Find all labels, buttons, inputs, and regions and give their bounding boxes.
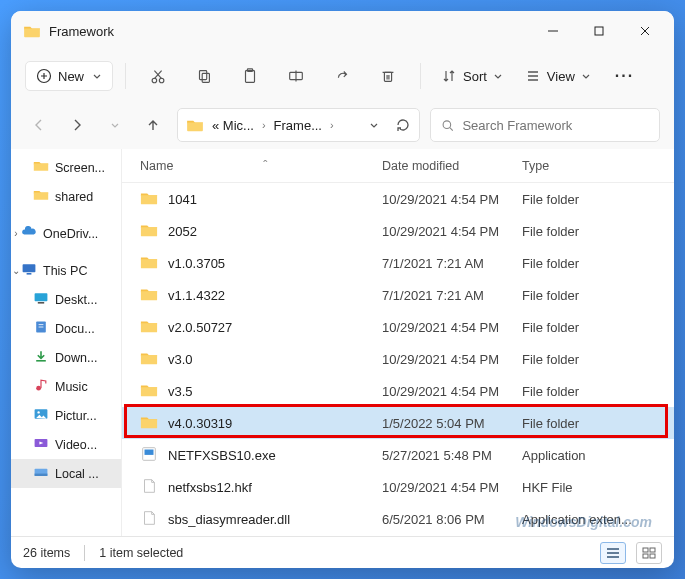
sidebar-label: Local ... <box>55 467 99 481</box>
table-row[interactable]: NETFXSBS10.exe5/27/2021 5:48 PMApplicati… <box>122 439 674 471</box>
file-type: Application exten... <box>522 512 674 527</box>
svg-rect-29 <box>38 302 44 304</box>
sidebar-item[interactable]: Deskt... <box>11 285 121 314</box>
file-date: 10/29/2021 4:54 PM <box>382 224 522 239</box>
view-label: View <box>547 69 575 84</box>
svg-rect-39 <box>35 474 48 476</box>
details-view-toggle[interactable] <box>600 542 626 564</box>
expand-caret[interactable]: ⌄ <box>11 265 21 276</box>
table-row[interactable]: v1.1.43227/1/2021 7:21 AMFile folder <box>122 279 674 311</box>
recent-button[interactable] <box>101 111 129 139</box>
folder-icon <box>140 254 158 273</box>
docs-icon <box>33 319 49 338</box>
svg-rect-27 <box>27 273 32 275</box>
chevron-down-icon <box>92 71 102 81</box>
up-button[interactable] <box>139 111 167 139</box>
refresh-icon[interactable] <box>395 117 411 133</box>
col-name[interactable]: Nameˆ <box>122 159 382 173</box>
col-date[interactable]: Date modified <box>382 159 522 173</box>
breadcrumb-segment[interactable]: Frame... <box>274 118 322 133</box>
table-row[interactable]: v2.0.5072710/29/2021 4:54 PMFile folder <box>122 311 674 343</box>
breadcrumb-segment[interactable]: « Mic... <box>212 118 254 133</box>
desktop-icon <box>33 290 49 309</box>
expand-caret[interactable]: › <box>11 228 21 239</box>
file-date: 5/27/2021 5:48 PM <box>382 448 522 463</box>
paste-button[interactable] <box>230 58 270 94</box>
svg-rect-45 <box>643 548 648 552</box>
item-count: 26 items <box>23 546 70 560</box>
sidebar-item[interactable]: Local ... <box>11 459 121 488</box>
table-row[interactable]: netfxsbs12.hkf10/29/2021 4:54 PMHKF File <box>122 471 674 503</box>
address-bar[interactable]: « Mic... › Frame... › <box>177 108 420 142</box>
sort-icon <box>441 68 457 84</box>
pc-icon <box>21 261 37 280</box>
sidebar-item[interactable]: Video... <box>11 430 121 459</box>
table-row[interactable]: 205210/29/2021 4:54 PMFile folder <box>122 215 674 247</box>
maximize-button[interactable] <box>576 15 622 47</box>
file-date: 10/29/2021 4:54 PM <box>382 192 522 207</box>
status-bar: 26 items 1 item selected <box>11 536 674 568</box>
view-button[interactable]: View <box>517 62 599 90</box>
close-button[interactable] <box>622 15 668 47</box>
table-row[interactable]: v4.0.303191/5/2022 5:04 PMFile folder <box>122 407 674 439</box>
back-button[interactable] <box>25 111 53 139</box>
sidebar-label: Screen... <box>55 161 105 175</box>
more-button[interactable]: ··· <box>605 61 644 91</box>
svg-point-24 <box>443 120 451 128</box>
file-type: File folder <box>522 416 674 431</box>
file-date: 6/5/2021 8:06 PM <box>382 512 522 527</box>
svg-rect-1 <box>595 27 603 35</box>
folder-icon <box>140 350 158 369</box>
col-type[interactable]: Type <box>522 159 674 173</box>
toolbar: New Sort View ··· <box>11 51 674 101</box>
sort-label: Sort <box>463 69 487 84</box>
table-row[interactable]: v1.0.37057/1/2021 7:21 AMFile folder <box>122 247 674 279</box>
search-input[interactable] <box>462 118 649 133</box>
search-box[interactable] <box>430 108 660 142</box>
svg-rect-41 <box>145 449 154 454</box>
sidebar-label: This PC <box>43 264 87 278</box>
new-button[interactable]: New <box>25 61 113 91</box>
thumbnails-view-toggle[interactable] <box>636 542 662 564</box>
sidebar-label: Docu... <box>55 322 95 336</box>
table-row[interactable]: sbs_diasymreader.dll6/5/2021 8:06 PMAppl… <box>122 503 674 535</box>
file-date: 10/29/2021 4:54 PM <box>382 320 522 335</box>
sidebar-item[interactable]: Down... <box>11 343 121 372</box>
table-row[interactable]: 104110/29/2021 4:54 PMFile folder <box>122 183 674 215</box>
sidebar-item[interactable]: ⌄This PC <box>11 256 121 285</box>
file-date: 10/29/2021 4:54 PM <box>382 384 522 399</box>
sidebar-item[interactable]: Music <box>11 372 121 401</box>
folder-icon <box>140 190 158 209</box>
svg-line-25 <box>450 127 453 130</box>
copy-button[interactable] <box>184 58 224 94</box>
onedrive-icon <box>21 224 37 243</box>
sidebar-item[interactable]: ›OneDriv... <box>11 219 121 248</box>
new-label: New <box>58 69 84 84</box>
folder-icon <box>33 187 49 206</box>
delete-button[interactable] <box>368 58 408 94</box>
file-type: File folder <box>522 192 674 207</box>
table-row[interactable]: v3.510/29/2021 4:54 PMFile folder <box>122 375 674 407</box>
sidebar-item[interactable]: Docu... <box>11 314 121 343</box>
forward-button[interactable] <box>63 111 91 139</box>
folder-icon <box>140 318 158 337</box>
share-button[interactable] <box>322 58 362 94</box>
file-name: NETFXSBS10.exe <box>168 448 276 463</box>
svg-rect-12 <box>202 73 209 82</box>
chevron-down-icon[interactable] <box>369 120 379 130</box>
sidebar-item[interactable]: shared <box>11 182 121 211</box>
file-name: v3.0 <box>168 352 193 367</box>
rename-button[interactable] <box>276 58 316 94</box>
minimize-button[interactable] <box>530 15 576 47</box>
titlebar: Framework <box>11 11 674 51</box>
sort-button[interactable]: Sort <box>433 62 511 90</box>
file-type: File folder <box>522 288 674 303</box>
sidebar-label: Music <box>55 380 88 394</box>
cut-button[interactable] <box>138 58 178 94</box>
plus-icon <box>36 68 52 84</box>
file-name: v2.0.50727 <box>168 320 232 335</box>
sidebar-item[interactable]: Pictur... <box>11 401 121 430</box>
sidebar-item[interactable]: Screen... <box>11 153 121 182</box>
svg-rect-28 <box>35 293 48 301</box>
table-row[interactable]: v3.010/29/2021 4:54 PMFile folder <box>122 343 674 375</box>
